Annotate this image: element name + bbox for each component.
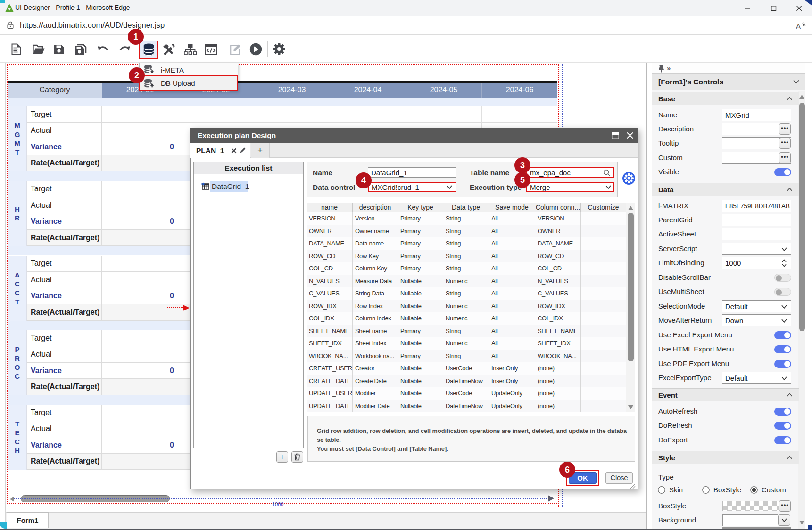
svg-text:A: A <box>796 22 801 30</box>
